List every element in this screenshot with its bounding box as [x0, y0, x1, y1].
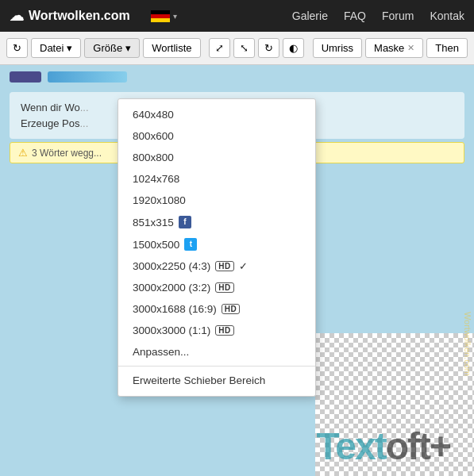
- bottom-text-plus: oft+: [386, 425, 450, 467]
- umriss-button[interactable]: Umriss: [313, 38, 362, 58]
- size-640x480[interactable]: 640x480: [118, 104, 315, 125]
- navbar: ☁ Wortwolken.com ▾ Galerie FAQ Forum Kon…: [0, 0, 474, 32]
- size-3000x3000[interactable]: 3000x3000 (1:1) HD: [118, 320, 315, 341]
- hd-badge-1-1: HD: [215, 325, 233, 336]
- twitter-icon: t: [184, 238, 197, 251]
- refresh-button[interactable]: ↻: [6, 38, 28, 58]
- warning-icon: ⚠: [18, 147, 28, 159]
- maske-button[interactable]: Maske ✕: [365, 38, 423, 58]
- size-3000x1688[interactable]: 3000x1688 (16:9) HD: [118, 298, 315, 320]
- selected-check-icon: ✓: [239, 260, 248, 272]
- cycle-button[interactable]: ↻: [258, 38, 279, 58]
- pin2-button[interactable]: ⤡: [233, 38, 255, 58]
- groesse-label: Größe: [93, 42, 122, 54]
- groesse-chevron-icon: ▾: [125, 42, 131, 54]
- size-800x800[interactable]: 800x800: [118, 147, 315, 168]
- contrast-button[interactable]: ◐: [283, 38, 304, 58]
- umriss-label: Umriss: [322, 42, 353, 54]
- hd-badge-16-9: HD: [222, 304, 240, 314]
- toolbar: ↻ Datei ▾ Größe ▾ Wortliste ⤢ ⤡ ↻ ◐ Umri…: [0, 32, 474, 65]
- size-800x600[interactable]: 800x600: [118, 125, 315, 147]
- maske-close-icon[interactable]: ✕: [407, 43, 414, 53]
- datei-label: Datei: [40, 42, 64, 54]
- nav-forum[interactable]: Forum: [382, 10, 414, 22]
- nav-kontakt[interactable]: Kontak: [430, 10, 464, 22]
- datei-chevron-icon: ▾: [67, 42, 72, 54]
- hd-badge-4-3: HD: [215, 261, 233, 271]
- slider-thumb[interactable]: [10, 71, 41, 83]
- pin1-button[interactable]: ⤢: [209, 38, 230, 58]
- size-3000x2000[interactable]: 3000x2000 (3:2) HD: [118, 277, 315, 298]
- nav-links: Galerie FAQ Forum Kontak: [292, 10, 464, 22]
- groesse-dropdown: 640x480 800x600 800x800 1024x768 1920x10…: [118, 98, 316, 397]
- language-selector[interactable]: ▾: [151, 10, 177, 22]
- brand-text: Wortwolken.com: [29, 9, 130, 23]
- slider-row: [0, 65, 474, 89]
- datei-button[interactable]: Datei ▾: [31, 38, 81, 58]
- size-3000x2250[interactable]: 3000x2250 (4:3) HD ✓: [118, 255, 315, 277]
- slider-track[interactable]: [48, 71, 127, 83]
- them-button[interactable]: Then: [426, 38, 468, 58]
- cloud-icon: ☁: [10, 7, 24, 25]
- main-area: Wenn dir Wo... aus, als ob!), willst du …: [0, 65, 474, 476]
- maske-label: Maske: [374, 42, 404, 54]
- flag-chevron-icon: ▾: [173, 12, 177, 21]
- dropdown-divider: [118, 366, 315, 367]
- warning-text: 3 Wörter wegg...: [32, 148, 102, 159]
- size-1024x768[interactable]: 1024x768: [118, 168, 315, 190]
- size-1500x500[interactable]: 1500x500 t: [118, 233, 315, 255]
- hd-badge-3-2: HD: [215, 282, 233, 293]
- size-851x315[interactable]: 851x315 f: [118, 211, 315, 233]
- wortliste-label: Wortliste: [152, 42, 191, 54]
- brand[interactable]: ☁ Wortwolken.com: [10, 7, 130, 25]
- facebook-icon: f: [179, 216, 191, 228]
- bottom-text-word: Text: [317, 425, 386, 467]
- watermark: Wortwolken.com: [463, 312, 472, 376]
- groesse-button[interactable]: Größe ▾: [84, 38, 140, 58]
- bottom-wordcloud-text: Textoft+: [317, 424, 450, 468]
- size-anpassen[interactable]: Anpassen...: [118, 341, 315, 363]
- flag-de: [151, 10, 170, 22]
- them-label: Then: [435, 42, 459, 54]
- nav-galerie[interactable]: Galerie: [292, 10, 328, 22]
- wortliste-button[interactable]: Wortliste: [143, 38, 200, 58]
- size-1920x1080[interactable]: 1920x1080: [118, 190, 315, 211]
- erweiterte-schieber-button[interactable]: Erweiterte Schieber Bereich: [118, 370, 315, 391]
- nav-faq[interactable]: FAQ: [344, 10, 366, 22]
